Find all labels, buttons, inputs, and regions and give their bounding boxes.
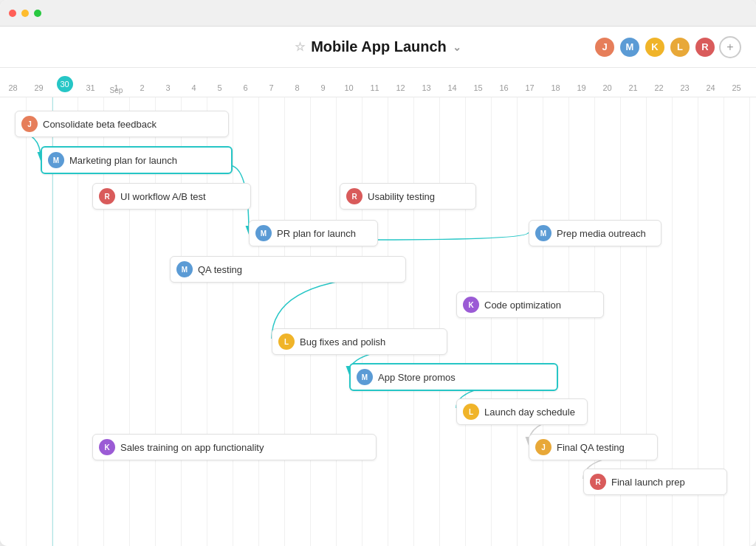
grid-line-19 — [491, 97, 492, 546]
grid-line-22 — [568, 97, 569, 546]
date-9: 9 — [310, 83, 336, 97]
task-label-t4: Usability testing — [368, 191, 435, 202]
date-31: 31 — [78, 83, 103, 97]
date-3: 3 — [155, 83, 181, 97]
grid-line-15 — [388, 97, 388, 546]
timeline-container[interactable]: 28 29 30 31 Sep 1 2 3 4 5 6 7 8 9 10 1 — [0, 68, 756, 546]
task-label-t8: Code optimization — [484, 300, 561, 311]
avatar-task-t9: L — [278, 334, 295, 350]
task-final-launch-prep[interactable]: R Final launch prep — [583, 469, 727, 495]
date-7: 7 — [258, 83, 284, 97]
task-label-t3: UI workflow A/B test — [120, 191, 206, 202]
date-18: 18 — [543, 83, 568, 97]
minimize-button[interactable] — [21, 10, 29, 17]
date-28: 28 — [0, 83, 26, 97]
date-11: 11 — [362, 83, 388, 97]
gantt-body: J Consolidate beta feedback M Marketing … — [0, 97, 756, 546]
date-10: 10 — [336, 83, 362, 97]
task-prep-media[interactable]: M Prep media outreach — [529, 220, 662, 246]
task-marketing-plan[interactable]: M Marketing plan for launch — [41, 146, 233, 174]
task-pr-plan[interactable]: M PR plan for launch — [249, 220, 378, 246]
task-final-qa[interactable]: J Final QA testing — [529, 434, 658, 460]
avatar-task-t13: J — [535, 439, 551, 455]
avatar-5[interactable]: R — [694, 36, 716, 58]
grid-line-10 — [258, 97, 259, 546]
date-14: 14 — [439, 83, 465, 97]
avatar-1[interactable]: J — [594, 36, 616, 58]
date-8: 8 — [284, 83, 310, 97]
maximize-button[interactable] — [34, 10, 41, 17]
task-label-t2: Marketing plan for launch — [69, 155, 177, 166]
grid-line-17 — [439, 97, 440, 546]
task-code-optimization[interactable]: K Code optimization — [456, 291, 604, 318]
title-bar — [0, 0, 756, 27]
task-label-t6: Prep media outreach — [557, 228, 646, 239]
date-21: 21 — [620, 83, 646, 97]
date-2: 2 — [129, 83, 155, 97]
date-30: 30 — [52, 76, 78, 97]
header-title-group: ☆ Mobile App Launch ⌄ — [295, 38, 461, 55]
date-19: 19 — [568, 83, 594, 97]
task-qa-testing[interactable]: M QA testing — [170, 256, 406, 283]
date-13: 13 — [413, 83, 439, 97]
avatar-task-t3: R — [99, 188, 115, 204]
task-label-t9: Bug fixes and polish — [300, 336, 385, 348]
grid-line-20 — [517, 97, 518, 546]
task-label-t1: Consolidate beta feedback — [43, 119, 157, 130]
date-24: 24 — [698, 83, 724, 97]
avatar-task-t14: R — [590, 474, 606, 490]
date-5: 5 — [207, 83, 233, 97]
avatar-task-t2: M — [48, 152, 64, 168]
date-29: 29 — [26, 83, 52, 97]
team-avatars: J M K L R + — [594, 36, 741, 58]
app-window: ☆ Mobile App Launch ⌄ J M K L R + 28 29 … — [0, 0, 756, 546]
grid-line-18 — [465, 97, 466, 546]
grid-line-12 — [310, 97, 311, 546]
date-26: 26 — [749, 83, 756, 97]
date-sep1: Sep 1 — [103, 83, 129, 97]
task-label-t5: PR plan for launch — [277, 228, 356, 239]
add-member-button[interactable]: + — [719, 36, 741, 58]
date-23: 23 — [672, 83, 698, 97]
avatar-task-t7: M — [176, 261, 193, 277]
date-17: 17 — [517, 83, 543, 97]
avatar-task-t10: M — [357, 369, 373, 385]
task-label-t11: Launch day schedule — [484, 407, 575, 418]
grid-line-11 — [284, 97, 285, 546]
avatar-task-t5: M — [255, 225, 272, 241]
task-app-store-promos[interactable]: M App Store promos — [349, 363, 558, 391]
task-ui-ab-test[interactable]: R UI workflow A/B test — [92, 183, 251, 210]
avatar-2[interactable]: M — [619, 36, 641, 58]
avatar-4[interactable]: L — [669, 36, 691, 58]
date-15: 15 — [465, 83, 491, 97]
star-icon[interactable]: ☆ — [295, 40, 305, 54]
task-label-t7: QA testing — [198, 264, 242, 275]
project-title: Mobile App Launch — [311, 38, 447, 55]
task-consolidate-beta[interactable]: J Consolidate beta feedback — [15, 111, 229, 137]
grid-line-29 — [749, 97, 750, 546]
date-20: 20 — [594, 83, 620, 97]
grid-line-9 — [233, 97, 233, 546]
task-label-t12: Sales training on app functionality — [120, 442, 264, 453]
date-16: 16 — [491, 83, 517, 97]
avatar-task-t11: L — [463, 404, 479, 420]
date-4: 4 — [181, 83, 207, 97]
date-22: 22 — [646, 83, 672, 97]
task-label-t10: App Store promos — [378, 372, 456, 383]
grid-line-16 — [413, 97, 414, 546]
task-sales-training[interactable]: K Sales training on app functionality — [92, 434, 377, 460]
date-6: 6 — [233, 83, 258, 97]
avatar-task-t1: J — [21, 116, 38, 132]
avatar-task-t6: M — [535, 225, 551, 241]
task-bug-fixes[interactable]: L Bug fixes and polish — [272, 328, 447, 355]
task-usability-testing[interactable]: R Usability testing — [340, 183, 476, 210]
chevron-down-icon[interactable]: ⌄ — [453, 41, 461, 53]
header: ☆ Mobile App Launch ⌄ J M K L R + — [0, 27, 756, 68]
task-label-t13: Final QA testing — [557, 442, 625, 453]
timeline-header: 28 29 30 31 Sep 1 2 3 4 5 6 7 8 9 10 1 — [0, 68, 756, 97]
task-launch-day[interactable]: L Launch day schedule — [456, 398, 588, 425]
avatar-3[interactable]: K — [644, 36, 666, 58]
avatar-task-t4: R — [346, 188, 362, 204]
close-button[interactable] — [9, 10, 16, 17]
grid-line-13 — [336, 97, 337, 546]
